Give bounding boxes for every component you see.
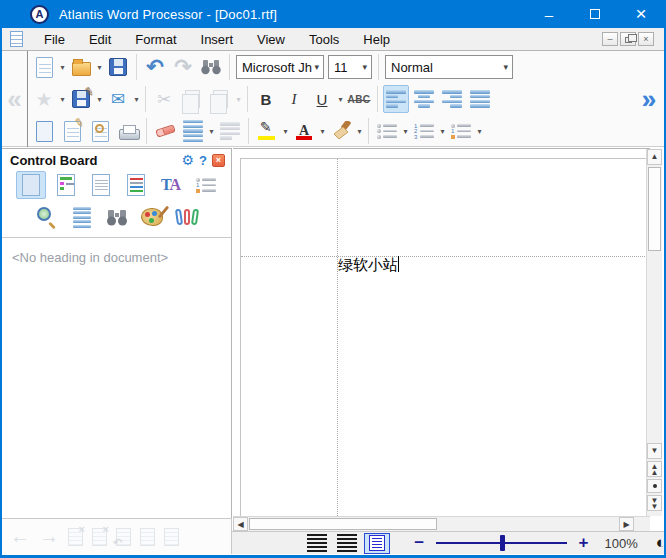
save-special-dropdown[interactable]: ▾ xyxy=(95,95,104,104)
scroll-left-button[interactable]: ◀ xyxy=(233,517,248,531)
bold-button[interactable]: B xyxy=(253,85,279,113)
menu-format[interactable]: Format xyxy=(123,29,188,50)
heading-style-button[interactable] xyxy=(140,528,155,546)
vertical-scroll-thumb[interactable] xyxy=(648,167,661,251)
draft-view-button[interactable] xyxy=(304,533,330,554)
paste-button[interactable] xyxy=(207,85,233,113)
dark-mode-toggle[interactable]: ◐ xyxy=(656,533,666,553)
undo-button[interactable]: ↶ xyxy=(142,53,168,81)
scroll-right-button[interactable]: ▶ xyxy=(619,517,634,531)
mdi-minimize-button[interactable]: – xyxy=(602,32,618,46)
scroll-down-button[interactable]: ▼ xyxy=(647,443,662,459)
align-left-button[interactable] xyxy=(383,85,409,113)
open-dropdown[interactable]: ▾ xyxy=(95,63,104,72)
line-spacing-button[interactable] xyxy=(180,117,206,145)
forward-button[interactable]: → xyxy=(39,525,59,548)
remove-heading-button[interactable]: × xyxy=(68,528,83,546)
save-special-button[interactable]: ✎ xyxy=(68,85,94,113)
control-board-help-button[interactable]: ? xyxy=(199,153,207,168)
italic-button[interactable]: I xyxy=(281,85,307,113)
bookmarks-tab[interactable] xyxy=(121,171,151,199)
remove-all-headings-button[interactable]: × xyxy=(92,528,107,546)
control-board-settings-button[interactable]: ⚙ xyxy=(181,152,194,168)
document-properties-button[interactable] xyxy=(31,117,57,145)
font-color-dropdown[interactable]: ▾ xyxy=(318,127,327,136)
headings-tab[interactable] xyxy=(16,171,46,199)
numbering-dropdown[interactable]: ▾ xyxy=(438,127,447,136)
align-center-button[interactable] xyxy=(411,85,437,113)
numbering-button[interactable]: 1 2 3 xyxy=(411,117,437,145)
menu-tools[interactable]: Tools xyxy=(297,29,351,50)
horizontal-scroll-thumb[interactable] xyxy=(249,518,437,530)
toc-tab[interactable] xyxy=(51,171,81,199)
new-document-button[interactable] xyxy=(31,53,57,81)
font-name-combo[interactable]: Microsoft Jh ▾ xyxy=(236,55,324,79)
email-button[interactable]: ✉ xyxy=(105,85,131,113)
strikethrough-button[interactable]: ABC xyxy=(346,85,372,113)
open-button[interactable] xyxy=(68,53,94,81)
maximize-button[interactable] xyxy=(572,0,618,28)
minimize-button[interactable]: – xyxy=(526,0,572,28)
next-page-button[interactable]: ▼▼ xyxy=(647,495,662,511)
menu-file[interactable]: File xyxy=(32,29,77,50)
bullets-dropdown[interactable]: ▾ xyxy=(401,127,410,136)
previous-page-button[interactable]: ▲▲ xyxy=(647,461,662,477)
underline-button[interactable]: U xyxy=(309,85,335,113)
bullets-button[interactable] xyxy=(374,117,400,145)
multilevel-list-dropdown[interactable]: ▾ xyxy=(475,127,484,136)
fonts-tab[interactable]: TA xyxy=(156,171,186,199)
document-sections-tab[interactable] xyxy=(86,171,116,199)
attachments-tab[interactable] xyxy=(172,203,202,231)
demote-heading-button[interactable]: ↶ xyxy=(116,528,131,546)
print-preview-button[interactable] xyxy=(87,117,113,145)
select-browse-object-button[interactable] xyxy=(647,479,662,493)
mdi-close-button[interactable]: × xyxy=(638,32,654,46)
font-size-combo[interactable]: 11 ▾ xyxy=(328,55,372,79)
highlight-dropdown[interactable]: ▾ xyxy=(281,127,290,136)
copy-button[interactable] xyxy=(179,85,205,113)
vertical-scrollbar[interactable]: ▲ ▼ ▲▲ ▼▼ xyxy=(646,149,662,516)
underline-dropdown[interactable]: ▾ xyxy=(336,95,345,104)
format-painter-button[interactable] xyxy=(328,117,354,145)
menu-view[interactable]: View xyxy=(245,29,297,50)
mdi-restore-button[interactable] xyxy=(620,32,636,46)
save-button[interactable] xyxy=(105,53,131,81)
scroll-up-button[interactable]: ▲ xyxy=(647,149,662,165)
toolbar-overflow-right[interactable]: » xyxy=(638,82,660,116)
lists-tab[interactable]: 1 xyxy=(191,171,221,199)
menu-edit[interactable]: Edit xyxy=(77,29,123,50)
zoom-in-button[interactable]: + xyxy=(579,533,589,553)
justify-button[interactable] xyxy=(467,85,493,113)
toolbar-overflow-left[interactable]: « xyxy=(2,51,28,147)
menu-help[interactable]: Help xyxy=(351,29,402,50)
menu-insert[interactable]: Insert xyxy=(189,29,246,50)
eraser-button[interactable] xyxy=(152,117,178,145)
control-board-close-button[interactable]: × xyxy=(212,154,225,167)
print-button[interactable] xyxy=(115,117,141,145)
font-color-button[interactable]: A xyxy=(291,117,317,145)
redo-button[interactable]: ↷ xyxy=(170,53,196,81)
paste-dropdown[interactable]: ▾ xyxy=(234,95,243,104)
align-right-button[interactable] xyxy=(439,85,465,113)
line-spacing-dropdown[interactable]: ▾ xyxy=(207,127,216,136)
back-button[interactable]: ← xyxy=(10,525,30,548)
find-button[interactable] xyxy=(198,53,224,81)
search-tab[interactable] xyxy=(102,203,132,231)
heading-list-button[interactable] xyxy=(164,528,179,546)
favorites-dropdown[interactable]: ▾ xyxy=(58,95,67,104)
page-setup-button[interactable]: ✎ xyxy=(59,117,85,145)
document-text[interactable]: 绿软小站 xyxy=(338,256,399,275)
favorites-button[interactable]: ★ xyxy=(31,85,57,113)
paragraphs-tab[interactable] xyxy=(67,203,97,231)
document-area[interactable]: 绿软小站 xyxy=(233,148,650,516)
cut-button[interactable]: ✂ xyxy=(151,85,177,113)
email-dropdown[interactable]: ▾ xyxy=(132,95,141,104)
highlight-button[interactable]: ✎ xyxy=(254,117,280,145)
colors-tab[interactable] xyxy=(137,203,167,231)
close-button[interactable]: × xyxy=(618,0,664,28)
zoom-slider-thumb[interactable] xyxy=(500,535,505,551)
zoom-tool-tab[interactable] xyxy=(32,203,62,231)
web-layout-button[interactable] xyxy=(334,533,360,554)
page-layout-button[interactable] xyxy=(364,533,390,554)
horizontal-scrollbar[interactable]: ◀ ▶ xyxy=(233,516,650,531)
